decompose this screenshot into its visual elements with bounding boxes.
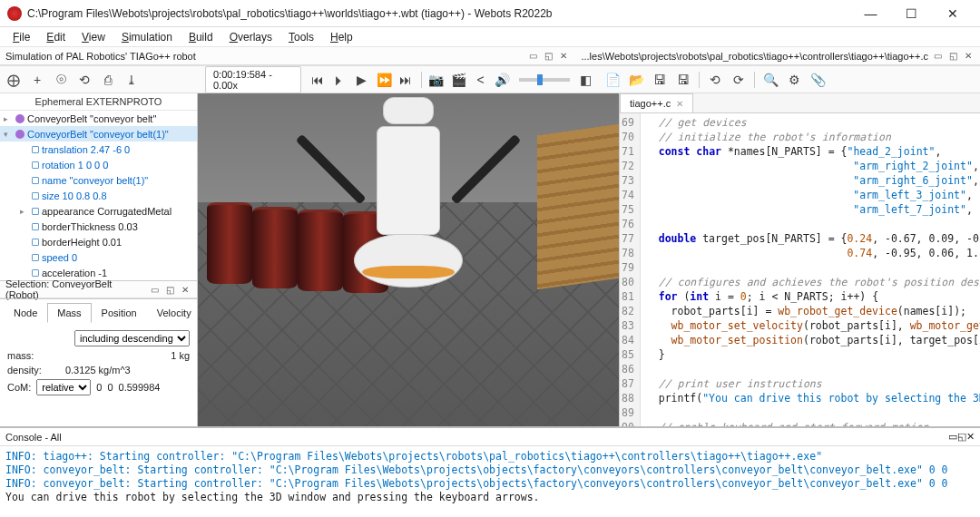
volume-slider[interactable] xyxy=(519,78,570,82)
com-label: CoM: xyxy=(7,382,31,393)
editor-tool-7[interactable]: ⚙ xyxy=(784,70,804,90)
editor-tool-8[interactable]: 📎 xyxy=(808,70,828,90)
tree-row[interactable]: translation 2.47 -6 0 xyxy=(0,141,197,157)
panel-max-icon[interactable]: ◱ xyxy=(957,431,966,443)
panel-dock-icon[interactable]: ▭ xyxy=(526,50,539,63)
code-editor[interactable]: 6970717273747576777879808182838485868788… xyxy=(620,113,980,426)
panel-max-icon[interactable]: ◱ xyxy=(946,50,959,63)
menu-overlays[interactable]: Overlays xyxy=(222,29,279,45)
tree-row[interactable]: borderThickness 0.03 xyxy=(0,219,197,234)
scene-tree-panel: Ephemeral EXTERNPROTO ▸ConveyorBelt "con… xyxy=(0,93,198,426)
com-y: 0 xyxy=(107,382,113,393)
menu-edit[interactable]: Edit xyxy=(39,29,73,45)
scene-tree[interactable]: ▸ConveyorBelt "conveyor belt"▾ConveyorBe… xyxy=(0,111,197,280)
tree-tool-4[interactable]: ⎙ xyxy=(98,70,118,90)
tab-node[interactable]: Node xyxy=(4,303,47,323)
editor-tab[interactable]: tiago++.c ✕ xyxy=(620,93,693,112)
tree-row[interactable]: ▾ConveyorBelt "conveyor belt(1)" xyxy=(0,126,197,141)
minimize-button[interactable]: — xyxy=(850,1,891,26)
editor-tool-5[interactable]: ⟳ xyxy=(729,70,749,90)
tree-tool-3[interactable]: ⟲ xyxy=(74,70,94,90)
tree-row[interactable]: size 10 0.8 0.8 xyxy=(0,188,197,203)
console-body[interactable]: INFO: tiago++: Starting controller: "C:\… xyxy=(0,446,980,517)
panel-close-icon[interactable]: ✕ xyxy=(962,50,975,63)
selection-header: Selection: ConveyorBelt (Robot) ▭ ◱ ✕ xyxy=(0,280,197,298)
barrel-prop xyxy=(252,207,298,288)
pallets-prop xyxy=(537,124,619,290)
console-panel: Console - All ▭ ◱ ✕ INFO: tiago++: Start… xyxy=(0,426,980,517)
tab-position[interactable]: Position xyxy=(92,303,147,323)
menu-file[interactable]: File xyxy=(5,29,37,45)
tree-tool-0[interactable]: ⨁ xyxy=(4,70,24,90)
tree-tool-5[interactable]: ⤓ xyxy=(122,70,142,90)
code-editor-panel: tiago++.c ✕ 6970717273747576777879808182… xyxy=(619,93,980,426)
maximize-button[interactable]: ☐ xyxy=(891,1,932,26)
play-control-1[interactable]: ⏵ xyxy=(330,70,348,90)
play-control-3[interactable]: ⏩ xyxy=(375,70,393,90)
editor-tool-1[interactable]: 📂 xyxy=(626,70,646,90)
app-icon xyxy=(7,6,22,21)
editor-tool-6[interactable]: 🔍 xyxy=(760,70,780,90)
selection-panel: NodeMassPositionVelocity including desce… xyxy=(0,298,197,406)
panel-dock-icon[interactable]: ▭ xyxy=(149,283,162,296)
3d-viewport[interactable] xyxy=(198,93,619,426)
panel-max-icon[interactable]: ◱ xyxy=(163,283,176,296)
tree-tool-1[interactable]: + xyxy=(27,70,47,90)
panel-dock-icon[interactable]: ▭ xyxy=(948,431,957,443)
editor-tool-2[interactable]: 🖫 xyxy=(650,70,670,90)
editor-tool-3[interactable]: 🖫 xyxy=(673,70,693,90)
play-control-0[interactable]: ⏮ xyxy=(309,70,327,90)
view-tool-0[interactable]: 📷 xyxy=(427,70,446,90)
density-label: density: xyxy=(7,365,42,376)
sim-toolbar: 0:00:19:584 - 0.00x⏮⏵▶⏩⏭📷🎬<🔊◧ xyxy=(198,66,599,93)
tiago-robot xyxy=(354,233,463,288)
tree-row[interactable]: speed 0 xyxy=(0,249,197,265)
barrel-prop xyxy=(298,210,343,291)
code-body[interactable]: // get devices // initialize the robot's… xyxy=(641,113,980,426)
sim-description: Simulation of PAL Robotics' TIAGo++ robo… xyxy=(5,51,196,62)
menu-simulation[interactable]: Simulation xyxy=(114,29,180,45)
view-tool-1[interactable]: 🎬 xyxy=(449,70,467,90)
tree-tool-2[interactable]: ⦾ xyxy=(51,70,71,90)
panel-close-icon[interactable]: ✕ xyxy=(966,431,975,443)
editor-tool-4[interactable]: ⟲ xyxy=(705,70,725,90)
panel-close-icon[interactable]: ✕ xyxy=(557,50,570,63)
com-x: 0 xyxy=(96,382,102,393)
tree-row[interactable]: ▸appearance CorrugatedMetal xyxy=(0,203,197,219)
menu-tools[interactable]: Tools xyxy=(281,29,321,45)
layout-button[interactable]: ◧ xyxy=(577,70,595,90)
editor-toolbar: 📄📂🖫🖫⟲⟳🔍⚙📎 xyxy=(599,66,980,93)
editor-tool-0[interactable]: 📄 xyxy=(603,70,622,90)
mass-value: 1 kg xyxy=(171,350,190,361)
scene-tree-toolbar: ⨁+⦾⟲⎙⤓ xyxy=(0,66,198,93)
tree-row[interactable]: rotation 1 0 0 0 xyxy=(0,157,197,172)
panel-max-icon[interactable]: ◱ xyxy=(542,50,554,63)
include-dropdown[interactable]: including descending xyxy=(74,330,190,346)
sim-time: 0:00:19:584 - 0.00x xyxy=(205,66,301,93)
mass-label: mass: xyxy=(7,350,34,361)
panel-close-icon[interactable]: ✕ xyxy=(179,283,191,296)
menu-help[interactable]: Help xyxy=(323,29,360,45)
view-tool-3[interactable]: 🔊 xyxy=(494,70,512,90)
com-frame-dropdown[interactable]: relative xyxy=(36,379,91,395)
menu-build[interactable]: Build xyxy=(181,29,220,45)
line-gutter: 6970717273747576777879808182838485868788… xyxy=(620,113,641,426)
close-button[interactable]: ✕ xyxy=(932,1,973,26)
panel-dock-icon[interactable]: ▭ xyxy=(931,50,944,63)
tree-row[interactable]: ▸ConveyorBelt "conveyor belt" xyxy=(0,111,197,126)
tree-row[interactable]: borderHeight 0.01 xyxy=(0,234,197,249)
close-icon[interactable]: ✕ xyxy=(676,99,683,109)
titlebar: C:\Program Files\Webots\projects\robots\… xyxy=(0,0,980,27)
menu-view[interactable]: View xyxy=(74,29,113,45)
menubar: FileEditViewSimulationBuildOverlaysTools… xyxy=(0,27,980,47)
play-control-2[interactable]: ▶ xyxy=(353,70,371,90)
editor-panel-title: ...les\Webots\projects\robots\pal_roboti… xyxy=(575,47,980,65)
view-tool-2[interactable]: < xyxy=(471,70,489,90)
play-control-4[interactable]: ⏭ xyxy=(397,70,415,90)
tab-velocity[interactable]: Velocity xyxy=(147,303,201,323)
tree-section-header: Ephemeral EXTERNPROTO xyxy=(0,93,197,111)
tab-mass[interactable]: Mass xyxy=(47,303,91,323)
tree-row[interactable]: name "conveyor belt(1)" xyxy=(0,172,197,188)
com-z: 0.599984 xyxy=(119,382,161,393)
left-panel-title: Simulation of PAL Robotics' TIAGo++ robo… xyxy=(0,47,575,65)
